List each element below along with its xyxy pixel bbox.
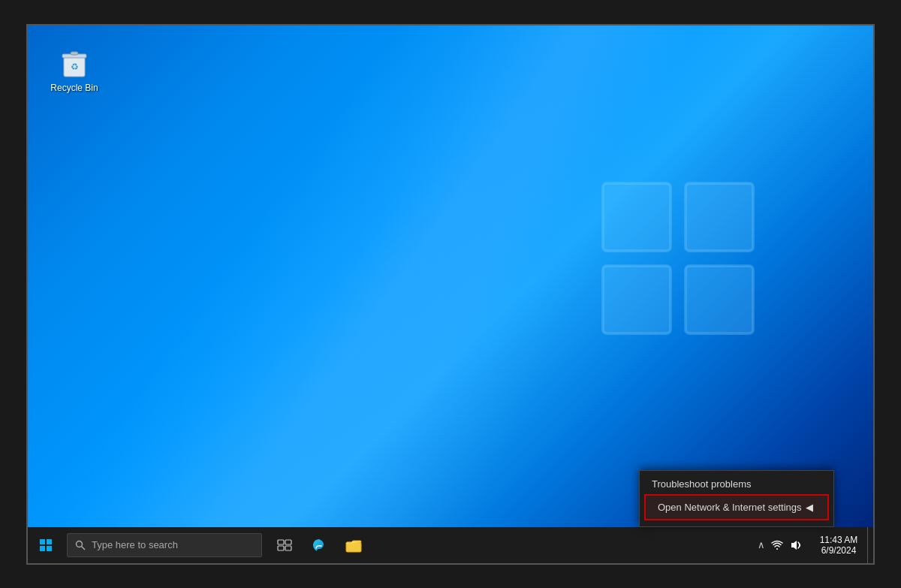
- svg-rect-16: [278, 546, 284, 550]
- svg-text:♻: ♻: [71, 62, 79, 72]
- svg-rect-6: [71, 52, 78, 55]
- svg-line-13: [82, 546, 86, 550]
- svg-rect-10: [40, 546, 45, 551]
- clock-date: 6/9/2024: [821, 545, 857, 556]
- search-placeholder: Type here to search: [92, 539, 178, 550]
- volume-tray-icon: [791, 540, 803, 550]
- taskbar: Type here to search: [28, 527, 873, 563]
- svg-rect-14: [278, 540, 284, 544]
- svg-rect-9: [47, 539, 52, 544]
- svg-rect-1: [686, 183, 753, 251]
- recycle-bin-label: Recycle Bin: [50, 83, 98, 95]
- windows-logo-wallpaper: [595, 176, 761, 341]
- screen-wrapper: ♻ Recycle Bin T: [26, 24, 875, 565]
- desktop: ♻ Recycle Bin T: [28, 26, 873, 563]
- popup-header: Troubleshoot problems: [640, 471, 833, 494]
- system-tray[interactable]: ∧: [752, 527, 810, 563]
- open-network-settings-button[interactable]: Open Network & Internet settings ◀: [644, 494, 829, 520]
- search-icon: [75, 540, 86, 550]
- show-desktop-button[interactable]: [867, 527, 873, 563]
- task-view-button[interactable]: [268, 527, 301, 563]
- recycle-bin-icon[interactable]: ♻ Recycle Bin: [49, 47, 100, 95]
- svg-rect-18: [346, 542, 361, 552]
- edge-browser-button[interactable]: [303, 527, 336, 563]
- network-tray-icon: [771, 540, 783, 550]
- clock-area[interactable]: 11:43 AM 6/9/2024: [810, 527, 867, 563]
- clock-time: 11:43 AM: [820, 535, 858, 545]
- recycle-bin-graphic: ♻: [58, 47, 91, 80]
- cursor-icon: ◀: [806, 502, 813, 513]
- svg-rect-8: [40, 539, 45, 544]
- svg-point-12: [77, 541, 83, 547]
- start-button[interactable]: [28, 527, 64, 563]
- svg-marker-19: [791, 541, 797, 550]
- file-explorer-button[interactable]: [337, 527, 370, 563]
- chevron-up-icon: ∧: [758, 539, 765, 550]
- taskbar-right: ∧ 11:: [752, 527, 873, 563]
- svg-rect-0: [603, 183, 670, 251]
- svg-rect-3: [686, 266, 753, 333]
- open-network-settings-label: Open Network & Internet settings: [658, 502, 801, 513]
- svg-rect-15: [285, 540, 291, 544]
- network-popup: Troubleshoot problems Open Network & Int…: [639, 470, 834, 527]
- svg-rect-11: [47, 546, 52, 551]
- taskbar-pinned-icons: [268, 527, 370, 563]
- svg-rect-2: [603, 266, 670, 333]
- svg-rect-17: [285, 546, 291, 550]
- search-bar[interactable]: Type here to search: [67, 533, 262, 557]
